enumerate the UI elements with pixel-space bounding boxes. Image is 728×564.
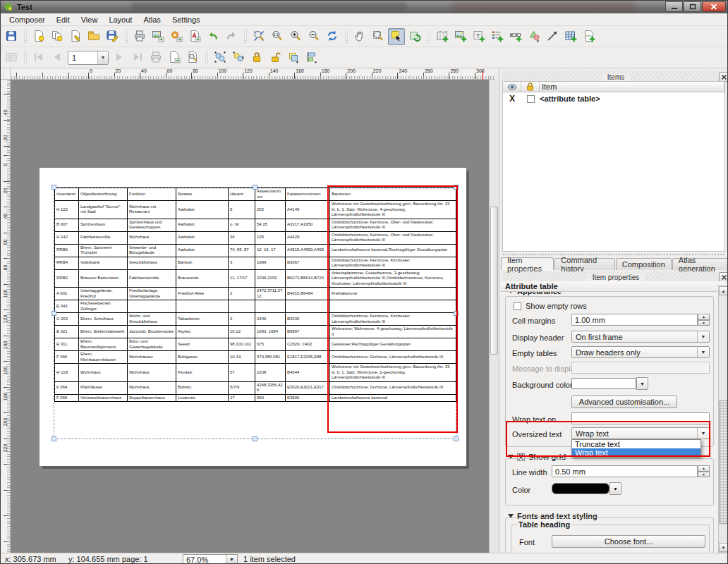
message-to-display-input[interactable] [571,362,710,374]
tab-atlas-generation[interactable]: Atlas generation [672,258,728,270]
maximize-button[interactable] [684,1,701,12]
empty-tables-dropdown[interactable]: Draw headers only▼ [571,346,710,358]
spin-up-icon[interactable]: ▲ [698,314,710,320]
resize-handle-s[interactable] [253,436,257,441]
atlas-next-button[interactable] [111,49,128,66]
align-items-button[interactable] [303,49,320,66]
move-item-content-button[interactable] [406,28,423,45]
select-move-item-button[interactable] [388,28,405,45]
print-button[interactable] [131,28,148,45]
display-header-dropdown[interactable]: On first frame▼ [571,331,710,343]
atlas-settings-button[interactable] [184,49,201,66]
resize-handle-n[interactable] [253,185,257,190]
wrap-text-input[interactable] [571,412,710,424]
show-empty-rows-checkbox[interactable] [514,302,521,310]
line-width-spinner[interactable]: ▲▼ [698,465,710,477]
zoom-region-button[interactable] [370,28,387,45]
resize-handle-e[interactable] [454,311,459,316]
add-map-button[interactable] [434,28,451,45]
ungroup-items-button[interactable] [230,49,247,66]
spin-down-icon[interactable]: ▼ [698,472,710,478]
zoom-in-button[interactable] [287,28,304,45]
spin-up-icon[interactable]: ▲ [698,465,710,472]
menu-layout[interactable]: Layout [103,14,138,25]
item-lock-checkbox[interactable] [527,95,535,103]
export-pdf-button[interactable] [186,28,203,45]
resize-handle-ne[interactable] [454,185,459,190]
item-properties-close-icon[interactable] [719,272,728,282]
oversized-text-dropdown[interactable]: Wrap text▼ [571,427,710,439]
undo-button[interactable] [205,28,222,45]
open-button[interactable] [85,28,102,45]
minimize-button[interactable] [665,1,683,12]
atlas-prev-button[interactable] [49,49,66,66]
menu-edit[interactable]: Edit [51,14,75,25]
add-image-button[interactable] [452,28,469,45]
zoom-out-button[interactable] [305,28,322,45]
zoom-1-1-button[interactable]: 1:1 [269,28,286,45]
add-html-button[interactable]: </> [581,28,597,45]
item-row-attribute-table[interactable]: X <attribute table> [503,92,724,105]
cell-margins-input[interactable]: 1.00 mm [571,314,698,326]
add-scalebar-button[interactable] [507,28,524,45]
add-legend-button[interactable] [489,28,506,45]
zoom-level-combo[interactable]: 67.0% ▼ [183,554,238,564]
properties-scrollbar[interactable]: ▲ ▼ [718,286,728,553]
line-width-input[interactable]: 0.50 mm [552,465,698,477]
resize-handle-se[interactable] [454,436,459,441]
tab-item-properties[interactable]: Item properties [501,257,554,270]
atlas-last-button[interactable] [129,49,146,66]
atlas-feature-combo[interactable]: 1▼ [68,51,109,65]
save-button[interactable] [3,28,20,45]
zoom-full-button[interactable] [250,28,267,45]
advanced-customisation-button[interactable]: Advanced customisation... [571,396,677,408]
grid-color-dropdown[interactable]: ▼ [609,482,621,495]
duplicate-composition-button[interactable] [49,28,66,45]
canvas-vertical-scrollbar[interactable] [489,80,499,553]
items-panel-close-icon[interactable] [719,72,728,82]
export-svg-button[interactable] [168,28,185,45]
cell-margins-spinner[interactable]: ▲▼ [698,314,710,326]
redo-button[interactable] [223,28,240,45]
group-items-button[interactable] [212,49,229,66]
composer-manager-button[interactable] [67,28,84,45]
option-truncate-text[interactable]: Truncate text [572,440,700,448]
scroll-thumb[interactable] [719,400,728,524]
refresh-button[interactable] [324,28,341,45]
close-button[interactable] [702,1,726,12]
grid-color-well[interactable] [552,483,609,494]
heading-choose-font-button[interactable]: Choose font... [552,535,705,548]
resize-handle-nw[interactable] [51,185,56,190]
background-color-well[interactable] [571,378,636,389]
canvas-scroll-thumb[interactable] [490,207,498,355]
menu-settings[interactable]: Settings [166,14,206,25]
new-composition-button[interactable] [30,28,47,45]
add-attribute-table-button[interactable] [562,28,579,45]
add-shape-button[interactable] [526,28,542,45]
lock-items-button[interactable] [248,49,265,66]
atlas-first-button[interactable] [30,49,47,66]
resize-handle-sw[interactable] [51,436,56,441]
menu-atlas[interactable]: Atlas [138,14,166,25]
resize-handle-w[interactable] [51,311,56,316]
export-image-button[interactable] [150,28,166,45]
tab-command-history[interactable]: Command history [554,258,614,270]
attribute-table-item[interactable]: InventarnrObjektbezeichnungFunktionStras… [54,187,456,439]
save-as-button[interactable] [104,28,121,45]
pan-button[interactable] [351,28,368,45]
menu-view[interactable]: View [75,14,104,25]
tab-composition[interactable]: Composition [616,258,672,270]
atlas-preview-button[interactable] [3,49,20,66]
item-visibility-checkbox[interactable]: X [503,94,521,104]
print-atlas-button[interactable] [147,49,164,66]
scroll-up-icon[interactable]: ▲ [719,286,728,295]
composition-canvas[interactable]: InventarnrObjektbezeichnungFunktionStras… [11,80,489,553]
add-arrow-button[interactable] [544,28,561,45]
add-label-button[interactable]: T [471,28,487,45]
menu-composer[interactable]: Composer [4,14,51,25]
export-atlas-button[interactable] [166,49,183,66]
spin-down-icon[interactable]: ▼ [698,320,710,326]
raise-items-button[interactable] [285,49,302,66]
scroll-down-icon[interactable]: ▼ [719,543,728,552]
option-wrap-text[interactable]: Wrap text [572,448,700,457]
